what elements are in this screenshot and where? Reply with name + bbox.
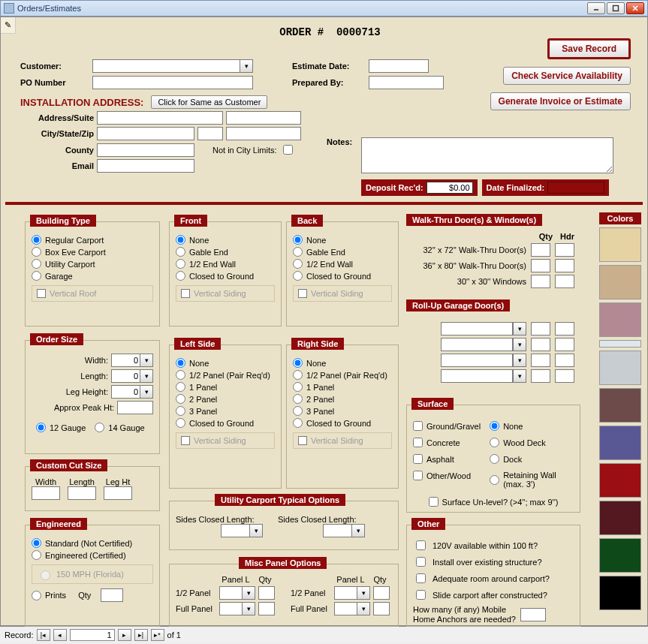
rec-last-button[interactable]: ▸| [134,629,148,641]
cc-length-input[interactable] [68,486,96,500]
eng-cert-radio[interactable] [32,550,41,560]
misc-l-full-drop-icon[interactable] [242,602,255,615]
roll4-a[interactable] [531,369,550,383]
util-left-drop-icon[interactable] [249,524,263,537]
bt-utility-radio[interactable] [32,259,41,269]
front-half-radio[interactable] [176,259,185,269]
misc-r-full-len[interactable] [334,602,357,615]
roll4-combo[interactable] [441,369,513,383]
roll2-b[interactable] [555,338,574,351]
color-swatch-11[interactable] [599,576,641,610]
right-none-radio[interactable] [293,358,303,368]
roll4-drop-icon[interactable] [513,369,526,383]
back-gable-radio[interactable] [293,247,303,257]
misc-l-half-drop-icon[interactable] [242,586,255,600]
deposit-input[interactable] [426,182,473,194]
estimate-date-input[interactable] [369,59,429,73]
vertical-roof-check[interactable] [37,289,46,298]
color-swatch-9[interactable] [599,501,641,535]
prepared-by-input[interactable] [369,76,444,89]
leg-drop-icon[interactable] [140,385,153,399]
color-swatch-7[interactable] [599,426,641,460]
cc-leg-input[interactable] [104,486,132,500]
color-swatch-2[interactable] [599,265,641,299]
maximize-button[interactable] [607,2,625,14]
roll3-b[interactable] [555,354,574,367]
rec-prev-button[interactable]: ◂ [53,629,67,641]
gauge12-radio[interactable] [36,423,46,432]
left-closed-radio[interactable] [176,418,185,428]
back-half-radio[interactable] [293,259,303,269]
left-3p-radio[interactable] [176,406,185,416]
other-120v-check[interactable] [416,540,426,550]
right-vs-check[interactable] [298,436,307,445]
bt-regular-radio[interactable] [32,235,41,245]
bt-boxeve-radio[interactable] [32,247,41,257]
rec-new-button[interactable]: ▸* [151,629,164,641]
other-slide-check[interactable] [416,590,426,600]
surf-ground-check[interactable] [413,421,423,431]
roll3-a[interactable] [531,354,550,367]
color-swatch-3[interactable] [599,302,641,337]
prints-qty-input[interactable] [101,588,123,602]
roll1-a[interactable] [531,322,550,336]
bt-garage-radio[interactable] [32,271,41,281]
width-input[interactable] [111,354,140,367]
surf-asphalt-check[interactable] [413,454,423,464]
check-service-button[interactable]: Check Service Availability [503,67,631,85]
zip-input[interactable] [226,127,301,140]
customer-input[interactable] [92,59,240,73]
roll1-combo[interactable] [441,322,513,336]
other-existing-check[interactable] [416,557,426,567]
back-closed-radio[interactable] [293,271,303,281]
county-input[interactable] [97,143,194,157]
wt1-hdr[interactable] [555,243,574,257]
color-swatch-1[interactable] [599,227,641,262]
customer-drop-icon[interactable] [240,59,253,73]
rec-next-button[interactable]: ▸ [118,629,131,641]
left-none-radio[interactable] [176,358,185,368]
length-drop-icon[interactable] [140,369,153,383]
peak-input[interactable] [117,401,153,414]
color-swatch-4[interactable] [599,340,641,348]
misc-r-half-len[interactable] [334,586,357,600]
rec-first-button[interactable]: |◂ [37,629,50,641]
color-swatch-8[interactable] [599,463,641,498]
front-gable-radio[interactable] [176,247,185,257]
left-vs-check[interactable] [181,436,190,445]
wt1-qty[interactable] [531,243,550,257]
right-2p-radio[interactable] [293,394,303,404]
color-swatch-5[interactable] [599,351,641,385]
surf-dock-radio[interactable] [490,454,499,464]
gauge14-radio[interactable] [95,423,104,432]
notes-input[interactable] [361,137,613,173]
roll1-b[interactable] [555,322,574,336]
customer-combo[interactable] [92,59,253,73]
width-drop-icon[interactable] [140,354,153,367]
color-swatch-10[interactable] [599,538,641,573]
wt3-hdr[interactable] [555,275,574,288]
left-half-radio[interactable] [176,370,185,380]
address-input[interactable] [97,111,223,125]
surf-other-check[interactable] [413,471,423,480]
color-swatch-6[interactable] [599,388,641,423]
wt2-hdr[interactable] [555,259,574,272]
wt3-qty[interactable] [531,275,550,288]
surf-unlevel-check[interactable] [429,497,439,507]
front-closed-radio[interactable] [176,271,185,281]
other-room-check[interactable] [416,573,426,583]
roll3-drop-icon[interactable] [513,354,526,367]
surf-wood-radio[interactable] [490,438,499,447]
state-input[interactable] [197,127,223,140]
anchors-input[interactable] [520,608,546,621]
roll2-a[interactable] [531,338,550,351]
util-right-drop-icon[interactable] [351,524,365,537]
rec-current-input[interactable] [70,629,115,641]
roll2-combo[interactable] [441,338,513,351]
eng-prints-radio[interactable] [32,591,41,600]
same-as-customer-button[interactable]: Click for Same as Customer [151,95,267,109]
roll3-combo[interactable] [441,354,513,367]
misc-r-half-qty[interactable] [373,586,390,600]
left-1p-radio[interactable] [176,382,185,392]
roll4-b[interactable] [555,369,574,383]
